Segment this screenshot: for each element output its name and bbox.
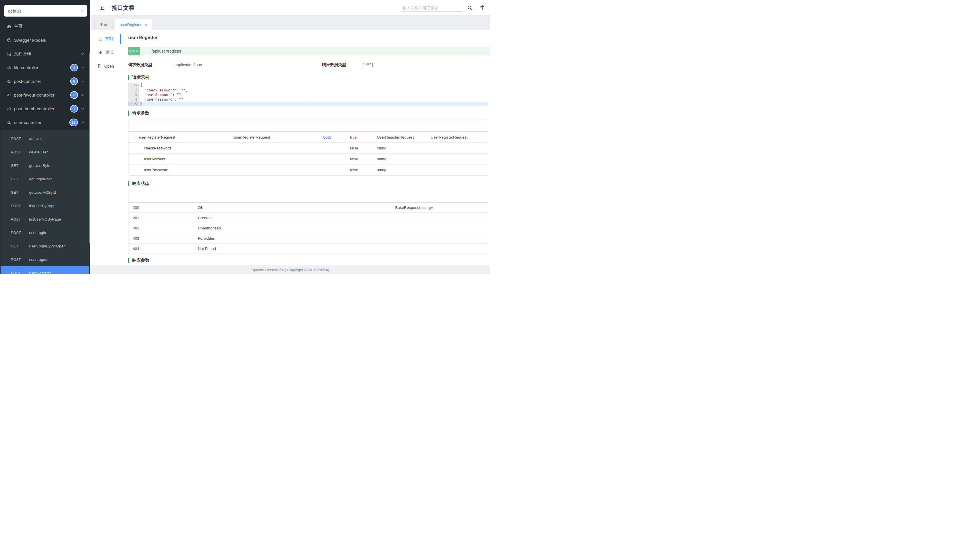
nav-item-label: Swagger Models: [14, 38, 46, 43]
endpoint-item[interactable]: POST userLogout: [1, 253, 89, 266]
endpoint-item[interactable]: GET getLoginUser: [1, 172, 89, 186]
status-table-header: [129, 190, 488, 202]
endpoint-method: POST: [11, 217, 29, 221]
endpoint-item[interactable]: POST userLogin: [1, 226, 89, 239]
doc-content: userRegister POST /api/user/register 请求数…: [121, 30, 490, 265]
status-code: 401: [129, 226, 198, 230]
status-desc: Not Found: [198, 247, 395, 251]
endpoint-count-badge: 1: [70, 64, 78, 72]
param-name: userRegisterRequest: [139, 135, 175, 139]
api-path: /api/user/register: [152, 49, 181, 53]
endpoint-item[interactable]: GET userLoginByWxOpen: [1, 239, 89, 253]
endpoint-item[interactable]: POST deleteUser: [1, 145, 89, 159]
endpoint-method: POST: [11, 271, 29, 274]
nav-item-icon: [7, 92, 12, 97]
param-name-cell: userAccount: [129, 157, 234, 161]
endpoint-method: POST: [11, 150, 29, 154]
nav-item-label: file-controller: [14, 65, 38, 70]
doc-menu-icon: [98, 37, 103, 41]
line-number: 5: [128, 102, 139, 106]
fold-caret-icon[interactable]: ▾: [136, 84, 137, 87]
param-required: true: [350, 135, 377, 139]
line-number: 2: [128, 88, 139, 92]
chevron-icon: [81, 66, 84, 69]
status-code: 404: [129, 247, 198, 251]
code-text: "checkPassword": "",: [139, 88, 488, 92]
request-type-value: application/json: [175, 62, 322, 67]
close-icon[interactable]: ✕: [145, 23, 147, 27]
param-name-cell: - userRegisterRequest: [129, 135, 234, 139]
sidebar-nav-item[interactable]: user-controller 13: [0, 115, 90, 129]
endpoint-item[interactable]: POST listUserByPage: [1, 199, 89, 213]
endpoint-name: userLogin: [29, 231, 46, 235]
section-marker: [128, 258, 129, 263]
line-number: 1▾: [128, 83, 139, 88]
nav-item-icon: [7, 106, 12, 111]
params-table-row: - userRegisterRequest userRegisterReques…: [129, 132, 488, 143]
code-line: 1▾ {: [128, 83, 488, 88]
sidebar-nav: 主页 Swagger Models 文档管理 file-controller 1: [0, 19, 90, 129]
response-type-label: 响应数据类型: [322, 62, 361, 67]
section-response-params: 响应参数: [128, 258, 488, 263]
params-table-header: [129, 119, 488, 132]
app-title: 接口文档: [111, 4, 135, 12]
endpoint-method: POST: [11, 258, 29, 262]
menu-fold-icon[interactable]: [99, 5, 105, 11]
sidebar-nav-item[interactable]: Swagger Models: [0, 33, 90, 47]
nav-item-icon: [7, 120, 12, 125]
status-code: 200: [129, 206, 198, 210]
endpoint-method: GET: [11, 244, 29, 248]
sidebar-nav-item[interactable]: 文档管理: [0, 47, 90, 61]
chevron-down-icon: ∨: [81, 9, 83, 13]
nav-item-label: post-thumb-controller: [14, 106, 54, 111]
params-table-row: userAccount false string: [129, 154, 488, 164]
status-code: 403: [129, 236, 198, 241]
section-marker: [128, 75, 129, 80]
endpoint-item[interactable]: GET getUserVOById: [1, 186, 89, 199]
endpoint-item[interactable]: POST addUser: [1, 132, 89, 145]
nav-item-icon: [7, 51, 12, 56]
param-in-type: body: [323, 135, 350, 139]
chevron-icon: [81, 107, 84, 111]
code-line: 5 }: [128, 102, 488, 106]
nav-item-icon: [7, 79, 12, 84]
doc-menu-item[interactable]: 调试: [90, 46, 121, 59]
status-table-row: 200 OK BaseResponse«long»: [129, 202, 488, 213]
endpoint-item[interactable]: GET getUserById: [1, 159, 89, 172]
status-desc: Created: [198, 216, 395, 220]
request-type-label: 请求数据类型: [128, 62, 175, 67]
tab[interactable]: 主页: [94, 19, 113, 30]
tab-label: 主页: [100, 22, 107, 27]
doc-menu-item[interactable]: 文档: [90, 32, 121, 46]
collapse-row-button[interactable]: -: [133, 135, 137, 139]
status-desc: Forbidden: [198, 236, 395, 241]
doc-menu-item[interactable]: Open: [90, 59, 121, 73]
group-select[interactable]: default ∨: [4, 5, 88, 17]
content-type-row: 请求数据类型 application/json 响应数据类型 [ "*/*" ]: [128, 62, 488, 67]
status-table-row: 403 Forbidden: [129, 233, 488, 244]
section-marker: [128, 181, 129, 186]
sidebar-nav-item[interactable]: file-controller 1: [0, 61, 90, 74]
search-icon[interactable]: [467, 5, 472, 10]
doc-side-menu: 文档 调试 Open: [90, 30, 121, 265]
tab[interactable]: userRegister ✕: [114, 19, 153, 30]
sidebar-nav-item[interactable]: post-controller 8: [0, 74, 90, 88]
sidebar-nav-item[interactable]: 主页: [0, 19, 90, 33]
language-toggle[interactable]: 中: [480, 5, 485, 11]
sidebar-nav-item[interactable]: post-favour-controller 3: [0, 88, 90, 102]
sidebar-nav-item[interactable]: post-thumb-controller 1: [0, 102, 90, 115]
footer-text: Apache License 2.0 | Copyright © 2019-Kn…: [251, 268, 329, 272]
code-line: 2 "checkPassword": "",: [128, 88, 488, 92]
line-number: 3: [128, 92, 139, 97]
sidebar: default ∨ 主页 Swagger Models 文档管理 file-co…: [0, 0, 90, 274]
chevron-icon: [81, 80, 84, 83]
search-input[interactable]: [402, 4, 462, 12]
param-required: false: [350, 146, 377, 150]
endpoint-item[interactable]: POST userRegister: [1, 266, 89, 274]
endpoint-item[interactable]: POST listUserVOByPage: [1, 213, 89, 226]
endpoint-name: listUserVOByPage: [29, 217, 61, 221]
nav-item-label: 文档管理: [14, 51, 31, 57]
nav-item-label: user-controller: [14, 120, 41, 125]
endpoint-count-badge: 1: [70, 105, 78, 113]
request-example-editor[interactable]: 1▾ { 2 "checkPassword": "", 3 "userAccou…: [128, 83, 488, 106]
